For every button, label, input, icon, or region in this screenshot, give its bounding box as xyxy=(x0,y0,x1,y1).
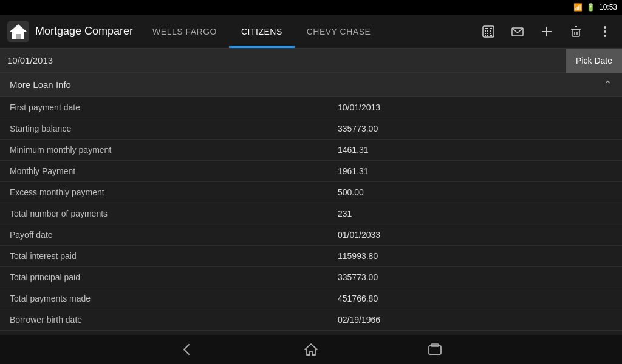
row-label: Total payments made xyxy=(0,288,328,309)
row-value: 01/01/2033 xyxy=(328,224,622,246)
row-value: 115993.80 xyxy=(328,246,622,267)
svg-point-26 xyxy=(604,35,606,37)
date-input[interactable] xyxy=(7,55,566,66)
table-row: Age when paid off66 y, 11 m xyxy=(0,331,622,334)
date-bar: Pick Date xyxy=(0,49,622,73)
loan-info-table-container: First payment date10/01/2013Starting bal… xyxy=(0,97,622,334)
table-row: Monthly Payment1961.31 xyxy=(0,161,622,182)
row-value: 231 xyxy=(328,203,622,224)
row-label: Starting balance xyxy=(0,118,328,140)
delete-icon xyxy=(569,25,583,38)
wifi-icon: 📶 xyxy=(573,3,583,12)
svg-rect-13 xyxy=(485,35,486,36)
tab-wells-fargo[interactable]: WELLS FARGO xyxy=(140,15,229,48)
app-title: Mortgage Comparer xyxy=(35,25,133,38)
table-row: Minimum monthly payment1461.31 xyxy=(0,140,622,161)
svg-point-25 xyxy=(604,30,606,33)
battery-icon: 🔋 xyxy=(586,3,595,12)
table-row: Total interest paid115993.80 xyxy=(0,246,622,267)
row-label: Borrower birth date xyxy=(0,309,328,331)
row-value: 66 y, 11 m xyxy=(328,331,622,334)
table-row: Borrower birth date02/19/1966 xyxy=(0,309,622,331)
table-row: Payoff date01/01/2033 xyxy=(0,224,622,246)
chevron-up-icon: ⌃ xyxy=(603,78,612,92)
tab-citizens[interactable]: CITIZENS xyxy=(229,15,295,48)
svg-rect-7 xyxy=(490,30,491,32)
svg-rect-5 xyxy=(485,30,486,32)
tabs: WELLS FARGO CITIZENS CHEVY CHASE xyxy=(140,15,471,48)
row-value: 451766.80 xyxy=(328,288,622,309)
home-button[interactable] xyxy=(298,336,324,363)
row-label: Age when paid off xyxy=(0,331,328,334)
loan-info-table: First payment date10/01/2013Starting bal… xyxy=(0,97,622,334)
back-button[interactable] xyxy=(174,336,200,363)
svg-rect-15 xyxy=(490,35,492,36)
svg-rect-12 xyxy=(487,28,488,29)
email-button[interactable] xyxy=(505,19,530,44)
row-value: 335773.00 xyxy=(328,267,622,288)
svg-rect-9 xyxy=(487,33,488,34)
svg-rect-8 xyxy=(485,33,486,34)
row-value: 02/19/1966 xyxy=(328,309,622,331)
more-button[interactable] xyxy=(593,19,617,44)
row-label: Excess monthly payment xyxy=(0,182,328,203)
svg-rect-4 xyxy=(485,28,487,29)
nav-bar xyxy=(0,335,622,364)
svg-rect-14 xyxy=(487,35,488,36)
app-logo-area: Mortgage Comparer xyxy=(0,21,140,42)
row-value: 335773.00 xyxy=(328,118,622,140)
row-value: 1461.31 xyxy=(328,140,622,161)
pick-date-button[interactable]: Pick Date xyxy=(566,49,622,73)
svg-rect-10 xyxy=(490,33,491,34)
svg-rect-19 xyxy=(572,29,579,36)
section-header-title: More Loan Info xyxy=(10,79,71,90)
table-row: Starting balance335773.00 xyxy=(0,118,622,140)
home-icon xyxy=(304,342,318,357)
table-row: Total payments made451766.80 xyxy=(0,288,622,309)
svg-rect-28 xyxy=(429,346,441,354)
section-header[interactable]: More Loan Info ⌃ xyxy=(0,73,622,97)
recents-button[interactable] xyxy=(422,336,448,363)
toolbar-actions xyxy=(471,19,622,44)
row-label: Minimum monthly payment xyxy=(0,140,328,161)
row-label: Total interest paid xyxy=(0,246,328,267)
time: 10:53 xyxy=(599,3,617,12)
calculator-button[interactable] xyxy=(476,19,501,44)
svg-rect-2 xyxy=(16,34,21,39)
recents-icon xyxy=(428,343,442,356)
svg-marker-27 xyxy=(305,344,317,355)
table-row: Total number of payments231 xyxy=(0,203,622,224)
svg-rect-29 xyxy=(431,344,439,346)
add-button[interactable] xyxy=(535,19,559,44)
svg-rect-11 xyxy=(490,28,492,29)
row-value: 10/01/2013 xyxy=(328,97,622,118)
table-row: Excess monthly payment500.00 xyxy=(0,182,622,203)
email-icon xyxy=(511,25,524,38)
table-row: First payment date10/01/2013 xyxy=(0,97,622,118)
back-icon xyxy=(180,342,194,357)
add-icon xyxy=(540,25,553,38)
more-icon xyxy=(603,25,607,38)
row-label: Payoff date xyxy=(0,224,328,246)
row-label: First payment date xyxy=(0,97,328,118)
delete-button[interactable] xyxy=(564,19,588,44)
tab-chevy-chase[interactable]: CHEVY CHASE xyxy=(295,15,383,48)
svg-point-24 xyxy=(604,26,606,29)
row-label: Total number of payments xyxy=(0,203,328,224)
status-bar: 📶 🔋 10:53 xyxy=(0,0,622,15)
app-bar: Mortgage Comparer WELLS FARGO CITIZENS C… xyxy=(0,15,622,49)
svg-rect-6 xyxy=(487,30,488,32)
calculator-icon xyxy=(482,25,495,38)
row-value: 500.00 xyxy=(328,182,622,203)
app-logo-icon xyxy=(7,21,29,42)
table-row: Total principal paid335773.00 xyxy=(0,267,622,288)
row-label: Total principal paid xyxy=(0,267,328,288)
row-value: 1961.31 xyxy=(328,161,622,182)
row-label: Monthly Payment xyxy=(0,161,328,182)
